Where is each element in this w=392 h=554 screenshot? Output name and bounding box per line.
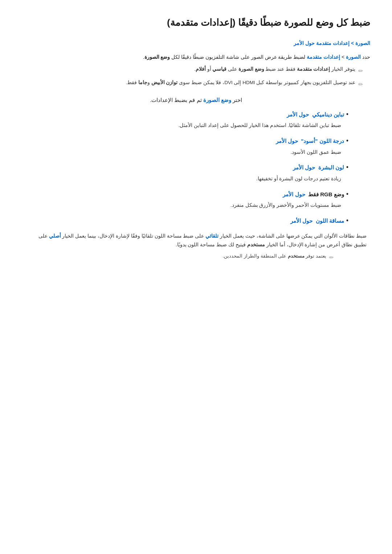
color-space-link[interactable]: مساقة اللون: [316, 218, 344, 224]
bullet-dot-1: •: [346, 110, 348, 119]
bullet-item-black-tone: • درجة اللون "أسود" حول الأمر: [22, 136, 370, 146]
color-space-description: ضبط نطاقات الألوان التي يمكن عرضها على ا…: [22, 232, 370, 249]
flesh-tone-about-link[interactable]: حول الأمر: [293, 164, 315, 171]
note-2: ✏ عند توصيل التلفزيون بجهاز كمبيوتر بواس…: [22, 79, 370, 89]
sub-note-text: يعتمد توفر مستخدم على المنطقة والطراز ال…: [223, 252, 326, 260]
bullet-color-space: • مساقة اللون حول الأمر: [22, 216, 370, 226]
bullet-dynamic-contrast: • تباين ديناميكي حول الأمر ضبط تباين الش…: [22, 110, 370, 130]
note-text-2: عند توصيل التلفزيون بجهاز كمبيوتر بواسطة…: [22, 79, 355, 87]
flesh-tone-desc: زيادة تعتيم درجات لون البشرة أو تخفيفها.: [22, 175, 370, 183]
note-1: ✏ يتوفر الخيار إعدادات متقدمة فقط عند ضب…: [22, 65, 370, 76]
bullet-item-dynamic-contrast: • تباين ديناميكي حول الأمر: [22, 110, 370, 119]
breadcrumb: الصورة > إعدادات متقدمة حول الأمر: [22, 39, 370, 48]
dynamic-contrast-link[interactable]: تباين ديناميكي: [312, 111, 344, 118]
bullet-label-dynamic-contrast: تباين ديناميكي حول الأمر: [287, 110, 344, 119]
color-space-about-link[interactable]: حول الأمر: [290, 218, 313, 224]
bullet-dot-2: •: [346, 136, 348, 145]
intro-picture-link[interactable]: الصورة: [346, 54, 361, 60]
rgb-only-desc: ضبط مستويات الأحمر والأخضر والأزرق بشكل …: [22, 201, 370, 210]
bullet-black-tone: • درجة اللون "أسود" حول الأمر ضبط عمق ال…: [22, 136, 370, 156]
dynamic-contrast-desc: ضبط تباين الشاشة تلقائيًا. استخدم هذا ال…: [22, 121, 370, 130]
bullet-label-black-tone: درجة اللون "أسود" حول الأمر: [276, 136, 344, 146]
bullet-label-color-space: مساقة اللون حول الأمر: [290, 216, 344, 226]
bullet-label-flesh-tone: لون البشرة حول الأمر: [293, 163, 344, 172]
color-space-sub-note: ✏ يعتمد توفر مستخدم على المنطقة والطراز …: [22, 252, 370, 262]
native-option-link[interactable]: أصلي: [49, 233, 61, 239]
bullet-item-flesh-tone: • لون البشرة حول الأمر: [22, 163, 370, 172]
auto-option-link[interactable]: تلقائي: [205, 233, 219, 239]
sub-note-icon: ✏: [329, 253, 334, 262]
dynamic-contrast-about-link[interactable]: حول الأمر: [287, 111, 309, 118]
black-tone-about-link[interactable]: حول الأمر: [276, 138, 298, 144]
bullet-item-color-space: • مساقة اللون حول الأمر: [22, 216, 370, 226]
flesh-tone-link[interactable]: لون البشرة: [318, 164, 344, 171]
note-icon-1: ✏: [358, 66, 363, 76]
note-text-1: يتوفر الخيار إعدادات متقدمة فقط عند ضبط …: [22, 65, 355, 74]
intro-advanced-link[interactable]: إعدادات متقدمة: [307, 54, 340, 60]
black-tone-desc: ضبط عمق اللون الأسود.: [22, 148, 370, 157]
bullet-label-rgb-only: وضع RGB فقط حول الأمر: [283, 190, 344, 199]
breadcrumb-advanced-link[interactable]: إعدادات متقدمة: [316, 40, 350, 46]
picture-mode-link[interactable]: وضع الصورة: [203, 97, 231, 103]
intro-main-text: حدد الصورة > إعدادات متقدمة لضبط طريقة ع…: [22, 53, 370, 62]
breadcrumb-separator1: >: [350, 40, 354, 46]
black-tone-link[interactable]: درجة اللون "أسود": [301, 138, 344, 144]
breadcrumb-picture-link[interactable]: الصورة: [355, 40, 370, 46]
bullet-dot-5: •: [346, 216, 348, 225]
note-icon-2: ✏: [358, 79, 363, 89]
rgb-only-about-link[interactable]: حول الأمر: [283, 191, 305, 197]
bullet-flesh-tone: • لون البشرة حول الأمر زيادة تعتيم درجات…: [22, 163, 370, 183]
bullet-item-rgb-only: • وضع RGB فقط حول الأمر: [22, 190, 370, 199]
page-title: ضبط كل وضع للصورة ضبطًا دقيقًا (إعدادات …: [22, 15, 370, 30]
bullet-rgb-only: • وضع RGB فقط حول الأمر ضبط مستويات الأح…: [22, 190, 370, 210]
breadcrumb-suffix: حول الأمر: [294, 40, 315, 46]
section-instruction: اختر وضع الصورة ثم قم بضبط الإعدادات.: [22, 96, 370, 105]
bullet-dot-3: •: [346, 163, 348, 172]
bullet-dot-4: •: [346, 190, 348, 199]
